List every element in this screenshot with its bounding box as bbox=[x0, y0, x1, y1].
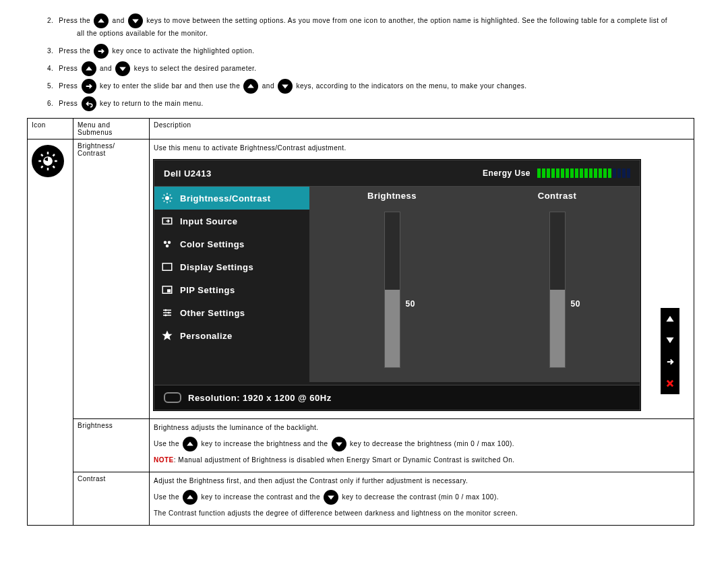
pip-icon bbox=[161, 284, 173, 296]
desc-cell: Brightness adjusts the luminance of the … bbox=[150, 419, 694, 472]
th-icon: Icon bbox=[28, 119, 73, 139]
up-icon bbox=[94, 13, 109, 28]
desc-cell: Use this menu to activate Brightness/Con… bbox=[150, 139, 694, 419]
slider-value: 50 bbox=[571, 299, 580, 309]
svg-point-10 bbox=[165, 196, 169, 200]
label: Color Settings bbox=[180, 239, 245, 249]
label: Personalize bbox=[180, 331, 233, 341]
text: keys, according to the indicators on the… bbox=[297, 82, 527, 90]
instruction-list: 2. Press the and keys to move between th… bbox=[47, 13, 701, 111]
instruction-6: 6. Press key to return to the main menu. bbox=[47, 96, 701, 111]
instruction-5: 5. Press key to enter the slide bar and … bbox=[47, 79, 701, 94]
osd-enter-button[interactable] bbox=[661, 351, 679, 373]
line2: Use the key to increase the contrast and… bbox=[154, 490, 690, 505]
up-icon bbox=[183, 437, 198, 451]
up-icon bbox=[183, 490, 198, 505]
svg-line-6 bbox=[53, 166, 55, 168]
input-icon bbox=[161, 215, 173, 227]
osd-model: Dell U2413 bbox=[164, 168, 212, 179]
svg-point-22 bbox=[166, 245, 169, 248]
menu-personalize[interactable]: Personalize bbox=[154, 324, 309, 347]
star-icon bbox=[161, 330, 173, 342]
slider-label: Brightness bbox=[367, 191, 417, 201]
label: PIP Settings bbox=[180, 285, 235, 295]
instruction-2: 2. Press the and keys to move between th… bbox=[47, 13, 701, 28]
slider-label: Contrast bbox=[538, 191, 576, 201]
text: and bbox=[113, 17, 125, 24]
desc-intro: Use this menu to activate Brightness/Con… bbox=[154, 142, 690, 154]
brightness-icon bbox=[161, 192, 173, 204]
link-icon bbox=[164, 392, 181, 403]
menu-cell: Brightness/ Contrast bbox=[73, 139, 150, 419]
text: Press bbox=[59, 100, 78, 107]
svg-point-30 bbox=[168, 312, 170, 314]
svg-line-8 bbox=[53, 154, 55, 156]
text: keys to select the desired parameter. bbox=[134, 65, 257, 72]
svg-line-5 bbox=[41, 154, 43, 156]
brightness-icon bbox=[32, 145, 64, 177]
down-icon bbox=[332, 437, 346, 451]
svg-line-7 bbox=[41, 166, 43, 168]
menu-color-settings[interactable]: Color Settings bbox=[154, 232, 309, 255]
menu-input-source[interactable]: Input Source bbox=[154, 210, 309, 232]
options-table: Icon Menu and Submenus Description Brigh… bbox=[27, 118, 694, 526]
label: Other Settings bbox=[180, 308, 245, 318]
text: key once to activate the highlighted opt… bbox=[113, 47, 255, 55]
svg-rect-25 bbox=[167, 289, 171, 292]
osd-exit-button[interactable] bbox=[661, 373, 679, 394]
text: and bbox=[262, 82, 274, 90]
th-menu: Menu and Submenus bbox=[73, 119, 150, 139]
svg-point-21 bbox=[168, 241, 171, 245]
menu-brightness-contrast[interactable]: Brightness/Contrast bbox=[154, 187, 309, 210]
line1: Brightness adjusts the luminance of the … bbox=[154, 422, 690, 434]
label: Brightness/Contrast bbox=[180, 193, 270, 204]
svg-point-29 bbox=[164, 309, 166, 311]
text: Press the bbox=[59, 17, 90, 24]
svg-point-31 bbox=[164, 314, 166, 316]
line3: The Contrast function adjusts the degree… bbox=[154, 507, 690, 520]
svg-point-20 bbox=[164, 241, 167, 245]
label: Display Settings bbox=[180, 262, 253, 272]
resolution-text: Resolution: 1920 x 1200 @ 60Hz bbox=[188, 393, 332, 403]
color-icon bbox=[161, 238, 173, 250]
row-contrast: Contrast Adjust the Brightness first, an… bbox=[28, 472, 694, 526]
display-icon bbox=[161, 261, 173, 273]
brightness-slider[interactable]: Brightness 50 bbox=[309, 187, 475, 382]
down-icon bbox=[115, 61, 130, 76]
text: Press bbox=[59, 82, 78, 90]
line1: Adjust the Brightness first, and then ad… bbox=[154, 475, 690, 487]
osd-down-button[interactable] bbox=[661, 330, 679, 351]
text: Press bbox=[59, 65, 78, 72]
menu-display-settings[interactable]: Display Settings bbox=[154, 255, 309, 278]
osd-screenshot: Dell U2413 Energy Use bbox=[154, 160, 679, 416]
slider-value: 50 bbox=[406, 299, 415, 309]
menu-pip-settings[interactable]: PIP Settings bbox=[154, 278, 309, 301]
row-brightness: Brightness Brightness adjusts the lumina… bbox=[28, 419, 694, 472]
text: key to return to the main menu. bbox=[100, 100, 204, 107]
osd-side-buttons bbox=[661, 308, 679, 394]
other-icon bbox=[161, 307, 173, 319]
svg-line-18 bbox=[170, 195, 171, 196]
row-brightness-contrast: Brightness/ Contrast Use this menu to ac… bbox=[28, 139, 694, 419]
desc-cell: Adjust the Brightness first, and then ad… bbox=[150, 472, 694, 526]
menu-cell: Contrast bbox=[73, 472, 150, 526]
down-icon bbox=[324, 490, 338, 505]
right-icon bbox=[94, 44, 109, 59]
energy-bars bbox=[537, 168, 630, 178]
instruction-4: 4. Press and keys to select the desired … bbox=[47, 61, 701, 76]
text: keys to move between the setting options… bbox=[146, 17, 667, 24]
note-label: NOTE bbox=[154, 456, 174, 464]
text: Press the bbox=[59, 47, 90, 55]
line3: NOTE: Manual adjustment of Brightness is… bbox=[154, 454, 690, 466]
osd-up-button[interactable] bbox=[661, 308, 679, 330]
down-icon bbox=[278, 79, 293, 94]
menu-other-settings[interactable]: Other Settings bbox=[154, 301, 309, 324]
back-icon bbox=[82, 96, 96, 111]
svg-rect-23 bbox=[162, 263, 172, 271]
line2: Use the key to increase the brightness a… bbox=[154, 437, 690, 451]
up-icon bbox=[243, 79, 258, 94]
down-icon bbox=[128, 13, 143, 28]
osd-menu: Brightness/Contrast Input Source Color S… bbox=[154, 187, 309, 382]
contrast-slider[interactable]: Contrast 50 bbox=[475, 187, 640, 382]
energy-label: Energy Use bbox=[483, 168, 530, 178]
